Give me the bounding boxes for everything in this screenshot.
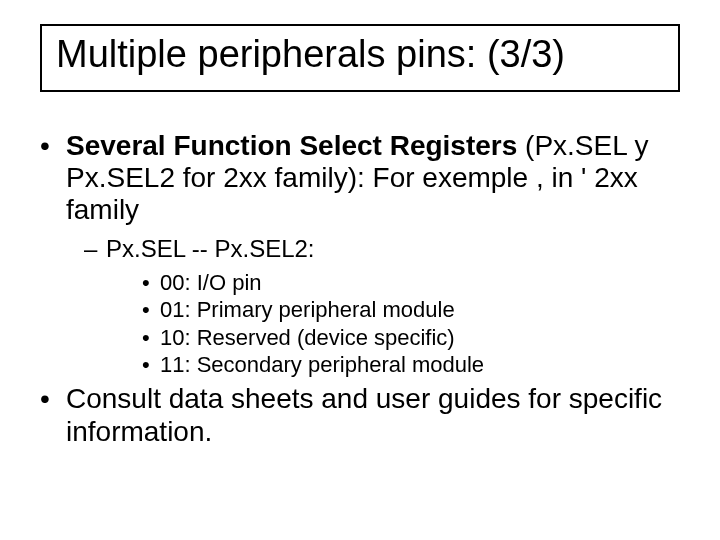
slide-title: Multiple peripherals pins: (3/3) — [56, 34, 664, 76]
code-item-00: 00: I/O pin — [142, 270, 680, 295]
sub-bullet-1-text: Px.SEL -- Px.SEL2: — [106, 235, 315, 262]
title-box: Multiple peripherals pins: (3/3) — [40, 24, 680, 92]
slide: Multiple peripherals pins: (3/3) Several… — [0, 0, 720, 540]
bullet-item-2: Consult data sheets and user guides for … — [40, 383, 680, 447]
bullet-item-1: Several Function Select Registers (Px.SE… — [40, 130, 680, 377]
sub-bullet-1: Px.SEL -- Px.SEL2: 00: I/O pin 01: Prima… — [84, 235, 680, 378]
code-item-01: 01: Primary peripheral module — [142, 297, 680, 322]
code-item-10: 10: Reserved (device specific) — [142, 325, 680, 350]
sub-bullet-list: Px.SEL -- Px.SEL2: 00: I/O pin 01: Prima… — [66, 235, 680, 378]
bullet-list: Several Function Select Registers (Px.SE… — [40, 130, 680, 448]
code-list: 00: I/O pin 01: Primary peripheral modul… — [106, 270, 680, 377]
code-item-11: 11: Secondary peripheral module — [142, 352, 680, 377]
bullet-1-bold: Several Function Select Registers — [66, 130, 517, 161]
slide-body: Several Function Select Registers (Px.SE… — [40, 130, 680, 454]
